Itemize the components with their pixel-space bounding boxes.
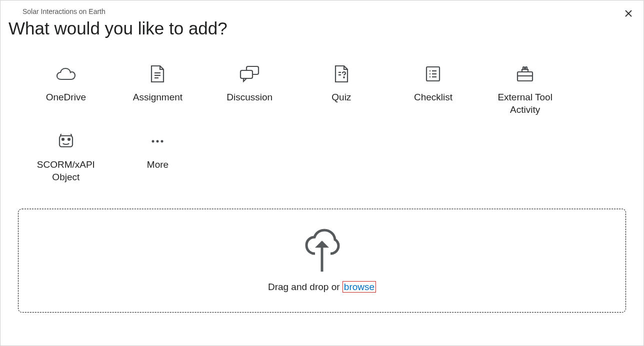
option-label: Checklist — [414, 91, 452, 104]
browse-link[interactable]: browse — [342, 281, 376, 293]
option-external-tool[interactable]: External Tool Activity — [482, 58, 568, 121]
option-scorm[interactable]: SCORM/xAPI Object — [22, 126, 110, 188]
option-assignment[interactable]: Assignment — [114, 58, 202, 121]
option-checklist[interactable]: Checklist — [390, 58, 477, 121]
checklist-icon — [422, 63, 444, 84]
svg-point-24 — [156, 140, 159, 143]
discussion-icon — [239, 63, 260, 84]
option-label: OneDrive — [46, 91, 86, 104]
drop-prefix: Drag and drop or — [268, 282, 342, 292]
drop-zone[interactable]: Drag and drop or browse — [18, 209, 626, 313]
option-discussion[interactable]: Discussion — [206, 58, 293, 121]
option-label: Discussion — [226, 91, 272, 104]
breadcrumb: Solar Interactions on Earth — [22, 7, 634, 15]
page-title: What would you like to add? — [8, 18, 634, 38]
svg-rect-20 — [526, 67, 527, 69]
svg-point-25 — [161, 140, 164, 143]
option-label: External Tool Activity — [485, 91, 565, 116]
option-quiz[interactable]: Quiz — [298, 58, 385, 121]
svg-point-23 — [152, 140, 154, 143]
close-icon — [624, 9, 632, 17]
option-label: Assignment — [133, 91, 182, 104]
close-button[interactable] — [622, 7, 634, 19]
svg-point-21 — [62, 138, 64, 140]
cloud-icon — [56, 63, 76, 84]
svg-point-9 — [344, 77, 344, 78]
option-more[interactable]: More — [114, 126, 202, 188]
more-icon — [147, 131, 168, 152]
option-label: Quiz — [332, 91, 351, 104]
svg-point-22 — [68, 138, 70, 140]
quiz-icon — [331, 63, 352, 84]
option-onedrive[interactable]: OneDrive — [22, 58, 110, 121]
svg-rect-6 — [240, 70, 252, 78]
toolbox-icon — [514, 63, 536, 84]
drop-zone-text: Drag and drop or browse — [268, 282, 376, 293]
scorm-icon — [56, 131, 76, 152]
option-label: More — [147, 159, 168, 171]
upload-icon — [304, 229, 340, 274]
svg-rect-19 — [523, 67, 524, 69]
document-icon — [147, 63, 168, 84]
option-label: SCORM/xAPI Object — [26, 159, 106, 183]
